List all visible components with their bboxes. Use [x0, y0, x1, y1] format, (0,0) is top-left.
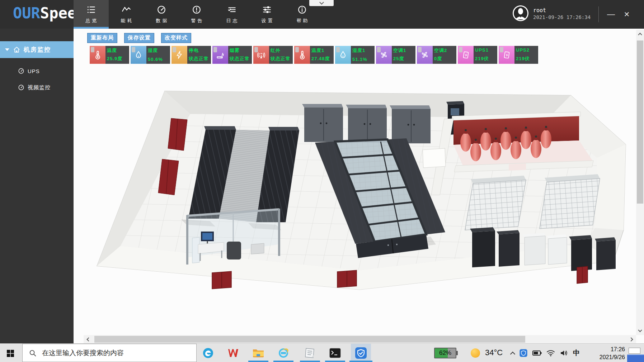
scroll-right-button[interactable]: [627, 335, 636, 343]
sensor-tile-humidity[interactable]: 湿度50.6%: [131, 46, 170, 64]
battery-percent: 62%: [435, 348, 456, 358]
search-icon: [29, 349, 37, 357]
sidebar-item-label: UPS: [28, 68, 40, 74]
taskbar-search[interactable]: [22, 344, 197, 362]
collapse-handle[interactable]: [309, 0, 334, 6]
sidebar-item-machine-room[interactable]: 机房监控: [0, 41, 74, 58]
save-settings-button[interactable]: 保存设置: [124, 33, 154, 43]
minimize-button[interactable]: —: [605, 9, 617, 20]
taskbar-clock[interactable]: 17:26 2021/9/26: [583, 346, 625, 361]
user-box[interactable]: root 2021-09-26 17:26:34: [512, 5, 591, 22]
sensor-value: 25度: [393, 56, 414, 62]
tab-energy[interactable]: 能耗: [109, 0, 144, 29]
sensor-value: 50.6%: [148, 57, 169, 62]
tray-shield-icon[interactable]: [519, 349, 528, 357]
sidebar-group-label: 机房监控: [24, 46, 51, 54]
sensor-tile-ups1[interactable]: UPS1219伏: [458, 46, 497, 64]
tab-label: 帮助: [297, 18, 310, 24]
sensor-tile-ups2[interactable]: UPS2219伏: [499, 46, 538, 64]
battery-widget[interactable]: 62%: [434, 348, 456, 358]
file-explorer-icon[interactable]: [250, 344, 267, 362]
battery-nub: [456, 351, 458, 355]
show-desktop-button[interactable]: [629, 348, 640, 354]
caret-down-icon: [5, 48, 9, 51]
windows-taskbar: 62% 34°C 中 17:26 2021/9/26: [0, 343, 644, 362]
lightning-icon: [171, 46, 187, 64]
tab-overview[interactable]: 总览: [74, 0, 109, 29]
search-input[interactable]: [41, 349, 178, 357]
wps-icon[interactable]: [225, 344, 242, 362]
alert-circle-icon: [192, 5, 201, 14]
relayout-button[interactable]: 重新布局: [87, 33, 117, 43]
sensor-name: 温度1: [311, 47, 332, 54]
notepad-icon[interactable]: [301, 344, 319, 362]
ime-indicator[interactable]: 中: [573, 348, 580, 358]
gauge-icon: [157, 5, 166, 14]
sensor-tile-smoke[interactable]: 烟雾状态正常: [212, 46, 252, 64]
thermometer-icon: [294, 46, 310, 64]
horizontal-scrollbar[interactable]: [84, 335, 636, 343]
sensor-name: UPS1: [475, 47, 496, 53]
monitoring-app-icon[interactable]: [351, 344, 371, 362]
sensor-tile-power-failure[interactable]: 停电状态正常: [171, 46, 211, 64]
sidebar-item-ups[interactable]: UPS: [0, 65, 74, 77]
background-window-peek: [627, 354, 644, 362]
weather-temperature[interactable]: 34°C: [485, 348, 503, 357]
tab-alerts[interactable]: 警告: [179, 0, 214, 29]
tray-wifi-icon[interactable]: [546, 349, 555, 357]
sidebar-item-label: 视频监控: [28, 84, 51, 91]
tag-icon: [418, 47, 422, 52]
sensor-name: 空调2: [434, 47, 455, 54]
change-style-button[interactable]: 改变样式: [161, 33, 191, 43]
tray-chevron-up-icon[interactable]: [511, 351, 514, 356]
start-button[interactable]: [5, 348, 16, 358]
logo-our: OUR: [13, 4, 40, 22]
scroll-down-button[interactable]: [636, 327, 644, 335]
sensor-tile-ac2[interactable]: 空调20度: [417, 46, 456, 64]
sensor-tile-ac1[interactable]: 空调125度: [376, 46, 415, 64]
tray-volume-icon[interactable]: [560, 349, 568, 357]
sensor-name: 湿度1: [352, 47, 373, 54]
scroll-left-button[interactable]: [84, 335, 92, 343]
sensor-name: UPS2: [516, 47, 537, 53]
clock-time: 17:26: [583, 346, 625, 353]
horizontal-scroll-thumb[interactable]: [94, 336, 525, 343]
sensor-value: 状态正常: [230, 56, 250, 62]
sensor-tile-infrared[interactable]: 红外状态正常: [253, 46, 293, 64]
sensor-tile-temperature1[interactable]: 温度127.48度: [294, 46, 334, 64]
tag-icon: [459, 47, 462, 52]
list-icon: [86, 5, 96, 14]
fan-icon: [417, 46, 433, 64]
sensor-tile-humidity1[interactable]: 湿度151.1%: [335, 46, 375, 64]
vertical-scrollbar[interactable]: [636, 30, 644, 335]
sidebar-item-video[interactable]: 视频监控: [0, 81, 74, 94]
tag-icon: [91, 47, 94, 52]
sensor-value: 状态正常: [271, 56, 291, 62]
internet-explorer-icon[interactable]: [275, 344, 292, 362]
droplet-icon: [335, 46, 351, 64]
sensor-tile-temperature[interactable]: 温度25.9度: [90, 46, 129, 64]
tab-logs[interactable]: 日志: [214, 0, 249, 29]
gauge-icon: [18, 68, 24, 74]
sensor-name: 空调1: [393, 47, 414, 54]
sidebar: 机房监控 UPS 视频监控: [0, 29, 74, 343]
scroll-up-button[interactable]: [636, 30, 644, 38]
username: root: [533, 6, 591, 15]
close-button[interactable]: ✕: [621, 9, 633, 20]
tray-battery-icon[interactable]: [532, 350, 542, 356]
tab-settings[interactable]: 设置: [249, 0, 285, 29]
infrared-icon: [253, 46, 269, 64]
battery-icon: [458, 46, 474, 64]
info-circle-icon: [297, 5, 307, 14]
tab-label: 总览: [86, 18, 99, 24]
tag-icon: [173, 47, 176, 52]
command-prompt-icon[interactable]: [326, 344, 344, 362]
edge-icon[interactable]: [199, 344, 217, 362]
weather-sun-icon[interactable]: [471, 348, 480, 358]
vertical-scroll-thumb[interactable]: [637, 41, 643, 204]
smoke-icon: [212, 46, 228, 64]
fan-icon: [376, 46, 392, 64]
tab-data[interactable]: 数据: [144, 0, 179, 29]
divider: [598, 6, 599, 22]
machine-room-3d-view: [83, 76, 628, 291]
